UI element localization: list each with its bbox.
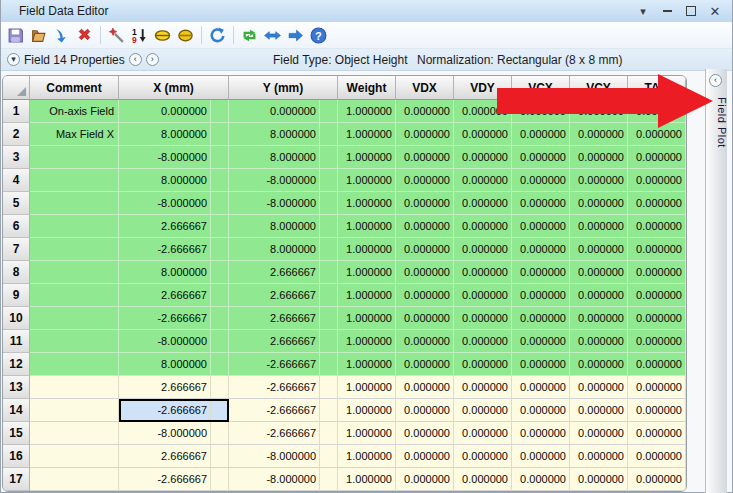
cell-tan[interactable]: 0.000000 xyxy=(628,123,686,146)
cell-y-solve[interactable] xyxy=(320,399,338,422)
cell-y[interactable]: -8.000000 xyxy=(229,169,320,192)
row-header[interactable]: 1 xyxy=(3,100,30,123)
cell-vcy[interactable]: 0.000000 xyxy=(570,146,628,169)
cell-y-solve[interactable] xyxy=(320,284,338,307)
cell-y-solve[interactable] xyxy=(320,169,338,192)
cell-vcx[interactable]: 0.000000 xyxy=(512,422,570,445)
cell-y-solve[interactable] xyxy=(320,146,338,169)
cell-vcx[interactable]: 0.000000 xyxy=(512,445,570,468)
column-header[interactable]: Comment xyxy=(30,76,119,100)
row-header[interactable]: 11 xyxy=(3,330,30,353)
cell-weight[interactable]: 1.000000 xyxy=(338,376,396,399)
cell-vcx[interactable]: 0.000000 xyxy=(512,353,570,376)
cell-vdx[interactable]: 0.000000 xyxy=(396,238,454,261)
cell-x-solve[interactable] xyxy=(211,468,229,491)
cell-vcx[interactable]: 0.000000 xyxy=(512,399,570,422)
row-header[interactable]: 14 xyxy=(3,399,30,422)
row-header[interactable]: 5 xyxy=(3,192,30,215)
cell-y-solve[interactable] xyxy=(320,100,338,123)
cell-comment[interactable] xyxy=(30,284,119,307)
cell-comment[interactable] xyxy=(30,261,119,284)
cell-vcx[interactable]: 0.000000 xyxy=(512,307,570,330)
cell-x-solve[interactable] xyxy=(211,261,229,284)
cell-x[interactable]: -2.666667 xyxy=(119,307,211,330)
cell-comment[interactable] xyxy=(30,307,119,330)
tab-field-plot[interactable]: Field Plot xyxy=(706,95,728,148)
cell-tan[interactable]: 0.000000 xyxy=(628,307,686,330)
cell-vdy[interactable]: 0.000000 xyxy=(454,330,512,353)
row-header[interactable]: 13 xyxy=(3,376,30,399)
cell-vcy[interactable]: 0.000000 xyxy=(570,330,628,353)
cell-y[interactable]: -2.666667 xyxy=(229,399,320,422)
cell-vdy[interactable]: 0.000000 xyxy=(454,353,512,376)
row-header[interactable]: 12 xyxy=(3,353,30,376)
cell-comment[interactable] xyxy=(30,169,119,192)
cell-y-solve[interactable] xyxy=(320,192,338,215)
cell-y[interactable]: 2.666667 xyxy=(229,284,320,307)
cell-x[interactable]: -2.666667 xyxy=(119,238,211,261)
chevron-down-icon[interactable]: ▾ xyxy=(7,53,20,66)
title-bar[interactable]: Field Data Editor ▾ ✕ xyxy=(1,0,732,23)
cell-y-solve[interactable] xyxy=(320,376,338,399)
cell-x[interactable]: -8.000000 xyxy=(119,146,211,169)
cell-weight[interactable]: 1.000000 xyxy=(338,353,396,376)
cell-comment[interactable] xyxy=(30,376,119,399)
cell-tan[interactable]: 0.000000 xyxy=(628,376,686,399)
cell-tan[interactable]: 0.000000 xyxy=(628,284,686,307)
cell-vdx[interactable]: 0.000000 xyxy=(396,192,454,215)
chevron-right-icon[interactable]: › xyxy=(146,53,159,66)
cell-x[interactable]: -2.666667 xyxy=(119,468,211,491)
maximize-button[interactable] xyxy=(684,4,698,18)
cell-comment[interactable]: Max Field X xyxy=(30,123,119,146)
cell-x[interactable]: 8.000000 xyxy=(119,123,211,146)
cell-tan[interactable]: 0.000000 xyxy=(628,330,686,353)
cell-y-solve[interactable] xyxy=(320,238,338,261)
cell-x-solve[interactable] xyxy=(211,422,229,445)
cell-weight[interactable]: 1.000000 xyxy=(338,468,396,491)
cell-x-solve[interactable] xyxy=(211,445,229,468)
cell-vcy[interactable]: 0.000000 xyxy=(570,399,628,422)
cell-x-solve[interactable] xyxy=(211,146,229,169)
go-arrow-icon[interactable] xyxy=(286,26,305,45)
cell-vdx[interactable]: 0.000000 xyxy=(396,330,454,353)
cell-y-solve[interactable] xyxy=(320,123,338,146)
cell-x[interactable]: -8.000000 xyxy=(119,422,211,445)
column-header[interactable]: VCY xyxy=(570,76,628,100)
cell-y[interactable]: 8.000000 xyxy=(229,238,320,261)
cell-vdx[interactable]: 0.000000 xyxy=(396,123,454,146)
help-icon[interactable]: ? xyxy=(309,26,328,45)
cell-x-solve[interactable] xyxy=(211,376,229,399)
cell-vdx[interactable]: 0.000000 xyxy=(396,261,454,284)
row-header[interactable]: 3 xyxy=(3,146,30,169)
cell-x[interactable]: 8.000000 xyxy=(119,353,211,376)
cell-x[interactable]: 2.666667 xyxy=(119,215,211,238)
cell-y-solve[interactable] xyxy=(320,422,338,445)
cell-vcy[interactable]: 0.000000 xyxy=(570,353,628,376)
cell-vdx[interactable]: 0.000000 xyxy=(396,376,454,399)
wand-icon[interactable] xyxy=(107,26,126,45)
cell-y[interactable]: -2.666667 xyxy=(229,422,320,445)
cell-tan[interactable]: 0.000000 xyxy=(628,261,686,284)
column-header[interactable]: Weight xyxy=(338,76,396,100)
cell-vdx[interactable]: 0.000000 xyxy=(396,399,454,422)
cell-vdy[interactable]: 0.000000 xyxy=(454,169,512,192)
cell-vdy[interactable]: 0.000000 xyxy=(454,238,512,261)
cell-weight[interactable]: 1.000000 xyxy=(338,284,396,307)
row-header[interactable]: 2 xyxy=(3,123,30,146)
cell-y[interactable]: 2.666667 xyxy=(229,307,320,330)
cell-x[interactable]: 2.666667 xyxy=(119,376,211,399)
fit-width-arrow-icon[interactable] xyxy=(263,26,282,45)
cell-x[interactable]: -2.666667 xyxy=(119,399,211,422)
cell-vcx[interactable]: 0.000000 xyxy=(512,238,570,261)
cell-vcy[interactable]: 0.000000 xyxy=(570,238,628,261)
sort-1-9-icon[interactable]: 19 xyxy=(130,26,149,45)
cell-vcx[interactable]: 0.000000 xyxy=(512,468,570,491)
cell-weight[interactable]: 1.000000 xyxy=(338,123,396,146)
cell-x-solve[interactable] xyxy=(211,353,229,376)
cell-vdy[interactable]: 0.000000 xyxy=(454,123,512,146)
cell-tan[interactable]: 0.000000 xyxy=(628,468,686,491)
cell-vdx[interactable]: 0.000000 xyxy=(396,215,454,238)
cell-x-solve[interactable] xyxy=(211,307,229,330)
cell-x-solve[interactable] xyxy=(211,192,229,215)
cell-comment[interactable] xyxy=(30,445,119,468)
